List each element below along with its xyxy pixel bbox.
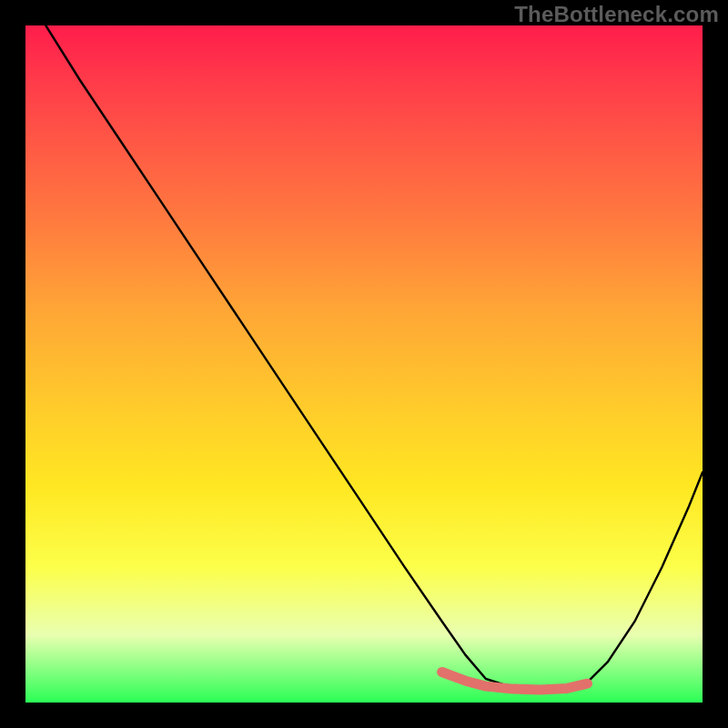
plot-area xyxy=(25,25,703,703)
chart-frame: TheBottleneck.com xyxy=(0,0,728,728)
floor-marker xyxy=(442,672,588,690)
bottleneck-curve xyxy=(46,25,703,691)
chart-svg xyxy=(25,25,703,703)
watermark-text: TheBottleneck.com xyxy=(514,2,719,27)
